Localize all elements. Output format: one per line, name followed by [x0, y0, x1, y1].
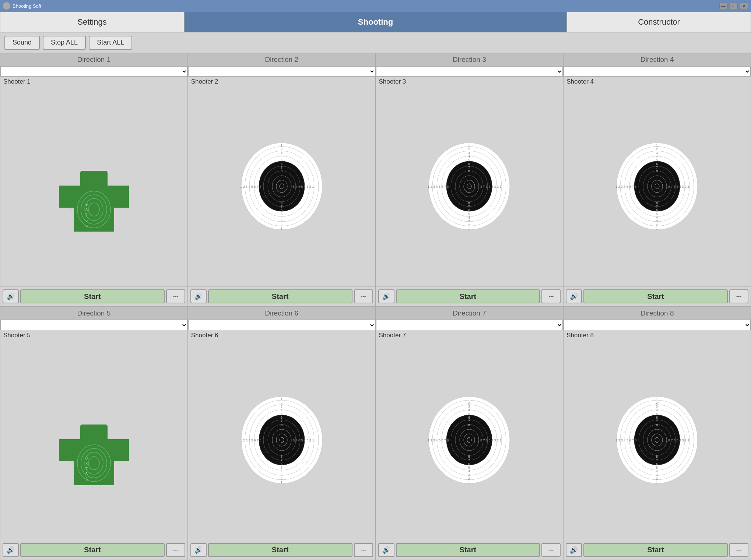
controls-row-1: 🔊 Start --- — [0, 286, 187, 306]
title-bar: Shooting Soft — □ ✕ — [0, 0, 751, 12]
direction-header-2: Direction 2 — [188, 53, 375, 66]
shooter-label-1: Shooter 1 — [0, 77, 187, 87]
start-all-button[interactable]: Start ALL — [89, 36, 132, 50]
svg-text:1: 1 — [468, 144, 470, 147]
svg-text:4: 4 — [468, 408, 470, 412]
direction-header-1: Direction 1 — [0, 53, 187, 66]
svg-text:8 7 6 5 4 3 2 1: 8 7 6 5 4 3 2 1 — [668, 185, 689, 189]
svg-text:6: 6 — [468, 416, 470, 419]
dots-button-5[interactable]: --- — [166, 543, 185, 557]
direction-cell-8: Direction 8 Shooter 8 1 2 3 — [563, 307, 751, 560]
svg-text:6: 6 — [468, 462, 470, 466]
svg-rect-102 — [59, 439, 77, 461]
svg-text:5: 5 — [85, 477, 88, 481]
svg-text:1: 1 — [281, 144, 282, 147]
svg-text:3: 3 — [281, 473, 282, 477]
svg-text:8: 8 — [656, 455, 658, 458]
svg-rect-2 — [59, 186, 77, 208]
direction-cell-7: Direction 7 Shooter 7 1 2 3 — [376, 307, 564, 560]
svg-text:3: 3 — [468, 405, 470, 408]
svg-text:4: 4 — [656, 155, 658, 158]
tab-constructor[interactable]: Constructor — [567, 12, 751, 32]
start-button-7[interactable]: Start — [396, 543, 540, 557]
svg-text:2: 2 — [656, 147, 658, 151]
svg-text:8: 8 — [468, 423, 470, 427]
sound-button[interactable]: Sound — [4, 36, 40, 50]
direction-dropdown-5[interactable] — [0, 320, 187, 330]
sound-button-3[interactable]: 🔊 — [378, 289, 394, 303]
svg-text:5: 5 — [656, 212, 658, 216]
start-button-5[interactable]: Start — [20, 543, 165, 557]
start-button-3[interactable]: Start — [396, 289, 540, 303]
svg-text:5: 5 — [85, 223, 88, 228]
tab-shooting[interactable]: Shooting — [184, 12, 567, 32]
close-button[interactable]: ✕ — [740, 3, 748, 9]
direction-header-7: Direction 7 — [376, 307, 563, 320]
sound-button-2[interactable]: 🔊 — [190, 289, 207, 303]
start-button-1[interactable]: Start — [20, 289, 165, 303]
sound-button-8[interactable]: 🔊 — [566, 543, 582, 557]
direction-dropdown-7[interactable] — [376, 320, 563, 330]
svg-text:1: 1 — [656, 227, 658, 230]
target-area-4: 1 2 3 4 5 6 7 8 8 7 6 5 4 3 2 1 1 2 3 4 — [564, 87, 751, 286]
svg-text:1 2 3 4 5 6 7 8: 1 2 3 4 5 6 7 8 — [615, 185, 637, 189]
svg-text:3: 3 — [656, 405, 658, 408]
shooter-label-8: Shooter 8 — [564, 330, 751, 341]
svg-rect-103 — [110, 439, 129, 461]
svg-text:7: 7 — [468, 419, 470, 423]
svg-text:8: 8 — [281, 169, 282, 173]
svg-text:6: 6 — [656, 208, 658, 212]
tab-bar: Settings Shooting Constructor — [0, 12, 751, 32]
start-button-8[interactable]: Start — [583, 543, 728, 557]
direction-header-5: Direction 5 — [0, 307, 187, 320]
direction-dropdown-6[interactable] — [188, 320, 375, 330]
svg-text:6: 6 — [656, 162, 658, 166]
controls-row-6: 🔊 Start --- — [188, 540, 375, 560]
svg-text:7: 7 — [656, 419, 658, 423]
direction-dropdown-2[interactable] — [188, 66, 375, 77]
svg-text:3: 3 — [281, 151, 282, 155]
svg-text:2: 2 — [468, 147, 470, 151]
start-button-6[interactable]: Start — [208, 543, 352, 557]
svg-text:4: 4 — [468, 155, 470, 158]
dots-button-2[interactable]: --- — [354, 289, 373, 303]
dots-button-7[interactable]: --- — [541, 543, 561, 557]
target-area-5: 5 6 7 8 9 SHOOTING-SOFT — [0, 341, 187, 540]
dots-button-6[interactable]: --- — [354, 543, 373, 557]
minimize-button[interactable]: — — [719, 3, 727, 9]
direction-dropdown-8[interactable] — [564, 320, 751, 330]
direction-dropdown-1[interactable] — [0, 66, 187, 77]
dots-button-8[interactable]: --- — [729, 543, 748, 557]
svg-text:5: 5 — [468, 466, 470, 469]
svg-text:5: 5 — [468, 158, 470, 162]
direction-cell-5: Direction 5 Shooter 5 5 6 7 8 9 — [0, 307, 188, 560]
sound-button-7[interactable]: 🔊 — [378, 543, 394, 557]
dots-button-4[interactable]: --- — [729, 289, 748, 303]
dots-button-1[interactable]: --- — [166, 289, 185, 303]
svg-text:6: 6 — [85, 218, 88, 222]
tab-settings[interactable]: Settings — [0, 12, 184, 32]
stop-all-button[interactable]: Stop ALL — [43, 36, 86, 50]
direction-dropdown-3[interactable] — [376, 66, 563, 77]
start-button-2[interactable]: Start — [208, 289, 352, 303]
sound-button-4[interactable]: 🔊 — [566, 289, 582, 303]
svg-text:6: 6 — [468, 162, 470, 166]
maximize-button[interactable]: □ — [730, 3, 738, 9]
svg-text:6: 6 — [656, 462, 658, 466]
sound-button-5[interactable]: 🔊 — [3, 543, 19, 557]
svg-text:4: 4 — [656, 408, 658, 412]
svg-text:8: 8 — [281, 201, 282, 205]
sound-button-6[interactable]: 🔊 — [190, 543, 207, 557]
direction-dropdown-4[interactable] — [564, 66, 751, 77]
svg-text:1: 1 — [281, 480, 282, 484]
target-area-3: 1 2 3 4 5 6 7 8 8 7 6 5 4 3 2 1 1 2 3 4 — [376, 87, 563, 286]
start-button-4[interactable]: Start — [583, 289, 728, 303]
dots-button-3[interactable]: --- — [541, 289, 561, 303]
svg-text:5: 5 — [281, 466, 282, 469]
svg-text:2: 2 — [281, 147, 282, 151]
sound-button-1[interactable]: 🔊 — [3, 289, 19, 303]
shooter-label-6: Shooter 6 — [188, 330, 375, 341]
svg-text:1: 1 — [656, 480, 658, 484]
black-target-2: 1 2 3 4 5 6 7 8 8 7 6 5 4 3 2 1 — [239, 141, 324, 232]
direction-header-3: Direction 3 — [376, 53, 563, 66]
